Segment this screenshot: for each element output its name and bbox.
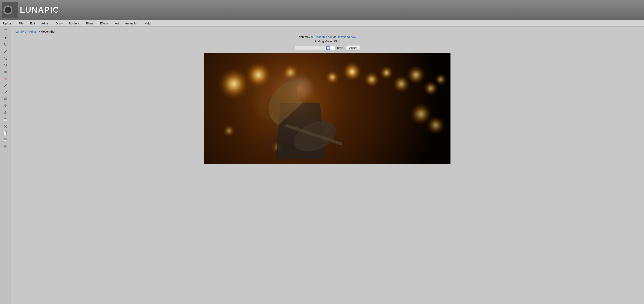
tool-marquee[interactable] bbox=[1, 28, 10, 34]
svg-marker-27 bbox=[6, 111, 7, 114]
svg-line-10 bbox=[4, 53, 4, 53]
breadcrumb-sep1: > bbox=[27, 30, 29, 33]
svg-point-2 bbox=[5, 7, 11, 13]
svg-line-6 bbox=[5, 44, 7, 45]
menu-item-adjust[interactable]: Adjust bbox=[38, 20, 52, 27]
breadcrumb-sep2: > bbox=[38, 30, 41, 33]
svg-rect-22 bbox=[4, 98, 7, 99]
svg-rect-39 bbox=[4, 140, 6, 141]
svg-point-4 bbox=[4, 44, 5, 45]
download-link[interactable]: Download now bbox=[337, 35, 356, 39]
slider-area: 86% Adjust bbox=[295, 45, 360, 50]
svg-rect-29 bbox=[4, 118, 6, 119]
svg-line-8 bbox=[4, 50, 6, 53]
tool-close[interactable] bbox=[1, 123, 10, 129]
svg-line-7 bbox=[5, 45, 7, 46]
you-may-text: You may bbox=[299, 35, 310, 39]
logo-icon bbox=[2, 2, 18, 18]
blur-percent: 86% bbox=[337, 46, 344, 50]
image-container bbox=[204, 53, 450, 164]
or-text: or bbox=[333, 35, 337, 39]
undo-link[interactable]: Undo this edit bbox=[314, 35, 332, 39]
menubar: UploadFileEditAdjustDrawBordersFiltersEf… bbox=[0, 20, 644, 27]
tool-print[interactable] bbox=[1, 137, 10, 143]
svg-point-11 bbox=[4, 57, 6, 59]
menu-item-edit[interactable]: Edit bbox=[27, 20, 38, 27]
tool-save[interactable] bbox=[1, 116, 10, 123]
blur-slider[interactable] bbox=[295, 46, 335, 50]
tool-clone[interactable] bbox=[1, 103, 10, 109]
tool-mouse[interactable] bbox=[1, 143, 10, 150]
adjust-button[interactable]: Adjust bbox=[346, 45, 360, 50]
content-area: LunaPic > Adjust > Motion Blur You may ↺… bbox=[11, 27, 644, 304]
menu-item-borders[interactable]: Borders bbox=[66, 20, 82, 27]
breadcrumb-current: Motion Blur bbox=[41, 30, 56, 33]
menu-item-help[interactable]: Help bbox=[141, 20, 154, 27]
svg-line-9 bbox=[6, 50, 7, 51]
tool-eyedropper[interactable] bbox=[1, 82, 10, 89]
svg-point-5 bbox=[4, 45, 5, 46]
menu-item-file[interactable]: File bbox=[16, 20, 27, 27]
menu-item-art[interactable]: Art bbox=[112, 20, 122, 27]
logo-area: LUNAPIC bbox=[2, 2, 59, 18]
menu-item-animation[interactable]: Animation bbox=[122, 20, 141, 27]
tool-eraser[interactable] bbox=[1, 76, 10, 82]
tool-rectangle[interactable] bbox=[1, 69, 10, 75]
action-line1: You may ↺ Undo this edit or Download now bbox=[299, 35, 356, 39]
header: LUNAPIC bbox=[0, 0, 644, 20]
tool-text[interactable]: T bbox=[1, 35, 10, 41]
tool-line[interactable] bbox=[1, 89, 10, 95]
svg-point-18 bbox=[4, 86, 5, 87]
tool-rotate[interactable] bbox=[1, 62, 10, 68]
undo-icon: ↺ bbox=[311, 35, 314, 39]
menu-item-draw[interactable]: Draw bbox=[52, 20, 66, 27]
menu-item-filters[interactable]: Filters bbox=[82, 20, 97, 27]
main-layout: T bbox=[0, 27, 644, 304]
svg-rect-3 bbox=[4, 30, 7, 33]
tool-pencil[interactable] bbox=[1, 48, 10, 55]
svg-line-20 bbox=[4, 91, 7, 93]
left-toolbar: T bbox=[0, 27, 11, 304]
breadcrumb: LunaPic > Adjust > Motion Blur bbox=[15, 29, 640, 35]
svg-marker-26 bbox=[4, 111, 6, 114]
action-subtitle: Adding Motion Blur. bbox=[299, 40, 356, 43]
menu-item-effects[interactable]: Effects bbox=[97, 20, 112, 27]
breadcrumb-adjust[interactable]: Adjust bbox=[29, 30, 37, 33]
svg-rect-19 bbox=[6, 84, 7, 85]
tool-scissors[interactable] bbox=[1, 42, 10, 48]
svg-point-41 bbox=[6, 139, 6, 140]
menu-item-upload[interactable]: Upload bbox=[0, 20, 16, 27]
svg-line-12 bbox=[6, 59, 7, 60]
svg-rect-14 bbox=[4, 71, 7, 73]
svg-rect-30 bbox=[4, 119, 7, 121]
action-bar: You may ↺ Undo this edit or Download now… bbox=[299, 35, 356, 43]
logo-text: LUNAPIC bbox=[20, 5, 59, 15]
tool-flip[interactable] bbox=[1, 109, 10, 116]
svg-point-23 bbox=[4, 104, 6, 106]
svg-rect-40 bbox=[4, 138, 6, 139]
main-image bbox=[204, 53, 450, 164]
tool-layers[interactable] bbox=[1, 96, 10, 102]
breadcrumb-lunapic[interactable]: LunaPic bbox=[15, 30, 26, 33]
tool-document[interactable] bbox=[1, 130, 10, 136]
tool-zoom[interactable] bbox=[1, 55, 10, 62]
